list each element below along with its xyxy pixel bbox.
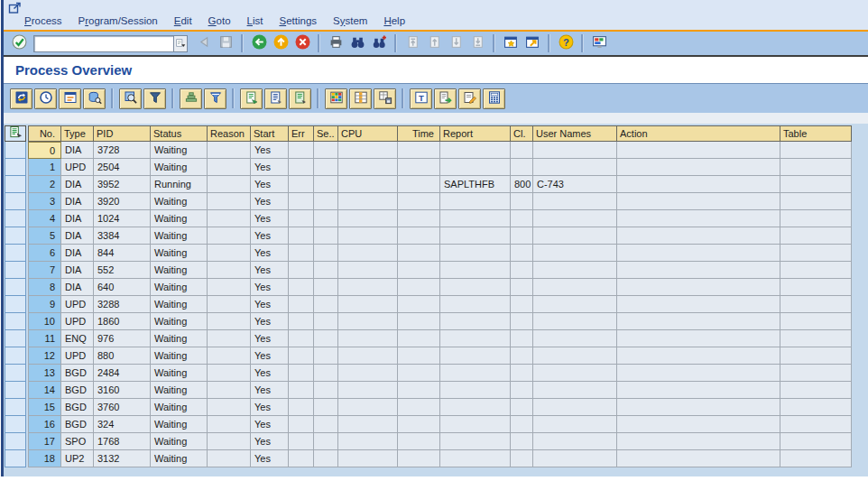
cell-no[interactable]: 0 xyxy=(28,142,61,159)
cell-reason[interactable] xyxy=(208,279,251,296)
cell-type[interactable]: DIA xyxy=(61,227,94,245)
row-selector[interactable] xyxy=(5,296,26,313)
cell-err[interactable] xyxy=(289,279,314,296)
row-selector[interactable] xyxy=(5,279,26,296)
cell-report[interactable] xyxy=(440,330,511,347)
create-shortcut-button[interactable] xyxy=(522,33,542,53)
cell-table[interactable] xyxy=(780,159,852,176)
cell-no[interactable]: 14 xyxy=(28,382,61,399)
cell-pid[interactable]: 1024 xyxy=(94,210,151,227)
cell-cl[interactable] xyxy=(511,330,533,347)
column-header-pid[interactable]: PID xyxy=(94,125,151,142)
list-view-basic-button[interactable] xyxy=(240,88,263,109)
calculator-button[interactable] xyxy=(483,88,505,109)
cell-table[interactable] xyxy=(780,399,852,416)
cell-cl[interactable] xyxy=(511,210,533,227)
cell-status[interactable]: Waiting xyxy=(151,210,208,227)
column-header-cl[interactable]: Cl. xyxy=(511,125,533,142)
cell-no[interactable]: 1 xyxy=(28,159,61,176)
cell-type[interactable]: UPD xyxy=(61,347,94,365)
cell-no[interactable]: 4 xyxy=(28,210,61,227)
cell-reason[interactable] xyxy=(208,210,251,227)
row-selector[interactable] xyxy=(5,193,26,210)
cell-reason[interactable] xyxy=(208,450,251,467)
cell-user_names[interactable] xyxy=(533,296,617,313)
cell-table[interactable] xyxy=(780,227,852,245)
column-header-action[interactable]: Action xyxy=(617,125,780,142)
cell-table[interactable] xyxy=(780,347,852,365)
cell-action[interactable] xyxy=(617,347,780,365)
sort-descending-button[interactable] xyxy=(204,88,226,109)
customize-layout-button[interactable] xyxy=(589,33,609,53)
cell-cl[interactable] xyxy=(511,279,533,296)
menu-item-program-session[interactable]: Program/Session xyxy=(70,14,166,28)
cell-time[interactable] xyxy=(398,433,440,450)
cell-reason[interactable] xyxy=(208,433,251,450)
cell-type[interactable]: DIA xyxy=(61,210,94,227)
cell-start[interactable]: Yes xyxy=(251,279,289,296)
cell-cl[interactable] xyxy=(511,433,533,450)
cell-cpu[interactable] xyxy=(338,416,398,433)
cell-table[interactable] xyxy=(780,313,852,330)
cell-pid[interactable]: 3760 xyxy=(94,399,151,416)
cell-cpu[interactable] xyxy=(338,245,398,262)
cell-pid[interactable]: 3920 xyxy=(94,193,151,210)
cell-start[interactable]: Yes xyxy=(251,450,289,467)
cell-type[interactable]: UPD xyxy=(61,296,94,313)
cell-no[interactable]: 5 xyxy=(28,227,61,245)
column-width-button[interactable]: T xyxy=(410,88,432,109)
cell-se[interactable] xyxy=(314,450,338,467)
row-selector[interactable] xyxy=(5,450,26,467)
cell-table[interactable] xyxy=(780,193,852,210)
cell-reason[interactable] xyxy=(208,399,251,416)
cell-action[interactable] xyxy=(617,279,780,296)
cell-type[interactable]: BGD xyxy=(61,416,94,433)
column-header-cpu[interactable]: CPU xyxy=(338,125,398,142)
cell-status[interactable]: Waiting xyxy=(151,433,208,450)
cell-start[interactable]: Yes xyxy=(251,433,289,450)
cell-status[interactable]: Waiting xyxy=(151,382,208,399)
cell-se[interactable] xyxy=(314,262,338,279)
cell-cl[interactable] xyxy=(511,450,533,467)
cell-type[interactable]: BGD xyxy=(61,365,94,382)
cell-cl[interactable]: 800 xyxy=(511,176,533,193)
cell-cl[interactable] xyxy=(511,313,533,330)
cell-time[interactable] xyxy=(398,176,440,193)
cell-se[interactable] xyxy=(314,142,338,159)
cell-no[interactable]: 6 xyxy=(28,245,61,262)
cell-user_names[interactable] xyxy=(533,279,617,296)
find-button[interactable] xyxy=(347,33,367,53)
cell-report[interactable] xyxy=(440,279,511,296)
cell-report[interactable] xyxy=(440,416,511,433)
cell-no[interactable]: 15 xyxy=(28,399,61,416)
list-view-print-button[interactable] xyxy=(289,88,311,109)
cell-no[interactable]: 3 xyxy=(28,193,61,210)
cell-report[interactable] xyxy=(440,159,511,176)
cell-cpu[interactable] xyxy=(338,347,398,365)
cell-reason[interactable] xyxy=(208,142,251,159)
cell-se[interactable] xyxy=(314,399,338,416)
cell-pid[interactable]: 324 xyxy=(94,416,151,433)
cell-start[interactable]: Yes xyxy=(251,210,289,227)
cell-time[interactable] xyxy=(398,365,440,382)
edit-settings-button[interactable] xyxy=(458,88,481,109)
cell-start[interactable]: Yes xyxy=(251,262,289,279)
cell-reason[interactable] xyxy=(208,227,251,245)
row-selector[interactable] xyxy=(5,245,26,262)
cell-err[interactable] xyxy=(289,210,314,227)
cell-start[interactable]: Yes xyxy=(251,227,289,245)
cell-report[interactable] xyxy=(440,262,511,279)
new-session-button[interactable] xyxy=(501,33,521,53)
cell-report[interactable] xyxy=(440,245,511,262)
cell-table[interactable] xyxy=(780,296,852,313)
cell-start[interactable]: Yes xyxy=(251,296,289,313)
cell-start[interactable]: Yes xyxy=(251,159,289,176)
cell-time[interactable] xyxy=(398,450,440,467)
column-header-type[interactable]: Type xyxy=(61,125,94,142)
cell-time[interactable] xyxy=(398,313,440,330)
cell-err[interactable] xyxy=(289,330,314,347)
cell-report[interactable] xyxy=(440,193,511,210)
set-filter-button[interactable] xyxy=(143,88,166,109)
column-header-err[interactable]: Err xyxy=(289,125,314,142)
cell-no[interactable]: 18 xyxy=(28,450,61,467)
